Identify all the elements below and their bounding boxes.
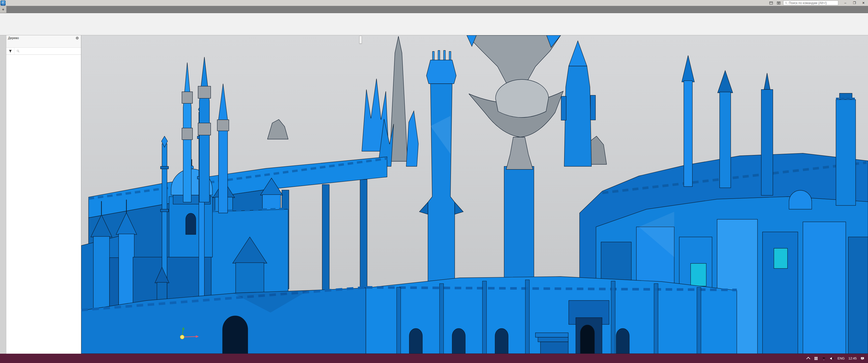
tray-chevron-icon[interactable] [806,357,810,361]
taskbar: ENG 12:45 [0,354,868,363]
restore-button[interactable]: ❐ [850,0,859,6]
castle-model[interactable] [81,35,868,354]
wifi-icon[interactable] [822,357,826,361]
ribbon-modes [0,13,41,35]
kompas-logo-icon: К [0,0,5,5]
origin-triad [177,326,199,344]
notification-icon[interactable] [861,357,865,361]
clock[interactable]: 12:45 [848,357,857,360]
new-tab-button[interactable]: + [0,6,6,13]
panel-title: Дерево [8,36,19,40]
minimize-button[interactable]: – [841,0,850,6]
system-tray: ENG 12:45 [807,354,868,363]
search-icon [785,1,788,4]
language-indicator[interactable]: ENG [837,357,844,360]
tree-search-icon [17,50,20,53]
command-search-input[interactable] [789,1,837,5]
model-tree [6,55,81,354]
document-tabs-bar: + [0,6,868,13]
new-window-icon[interactable] [768,1,774,5]
title-bar: К – ❐ ✕ [0,0,868,6]
panel-strip [0,35,6,354]
filter-funnel-button[interactable] [6,47,14,55]
viewport-3d[interactable] [81,35,868,354]
tree-search-input[interactable] [20,47,81,55]
command-search[interactable] [783,0,838,5]
gear-icon[interactable] [75,36,79,40]
window-layout-icon[interactable] [776,1,782,5]
tree-panel: Дерево [6,35,81,354]
close-button[interactable]: ✕ [859,0,868,6]
tree-toolbar [6,41,81,47]
volume-icon[interactable] [830,357,834,361]
view-toolbar [359,36,362,44]
ribbon [0,13,868,35]
tray-app-icon[interactable] [814,357,818,361]
main-area: Дерево [0,35,868,354]
